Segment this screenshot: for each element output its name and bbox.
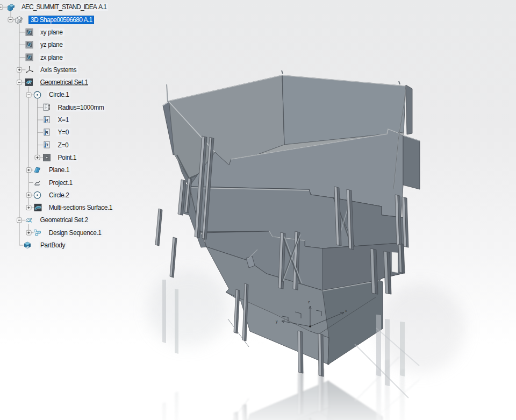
svg-text:z: z <box>308 300 310 304</box>
svg-text:x: x <box>345 309 347 312</box>
svg-text:y: y <box>276 319 278 324</box>
